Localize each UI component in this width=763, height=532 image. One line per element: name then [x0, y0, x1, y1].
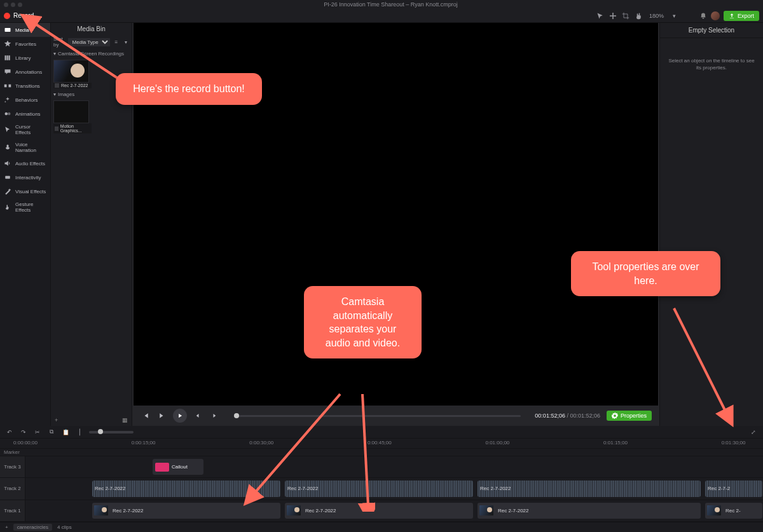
ruler-tick: 0:01:30;00	[722, 440, 746, 446]
marker-row[interactable]: Marker	[0, 449, 763, 456]
rail-media[interactable]: Media	[0, 23, 50, 37]
export-button[interactable]: Export	[724, 11, 759, 21]
rail-transitions[interactable]: Transitions	[0, 79, 50, 93]
section-recordings[interactable]: ▾Camtasia Screen Recordings	[51, 49, 132, 58]
grid-view-icon[interactable]: ▦	[122, 417, 128, 423]
cut-icon[interactable]: ✂	[33, 428, 42, 437]
total-time: 00:01:52;06	[570, 413, 600, 419]
next-frame-button[interactable]	[156, 410, 168, 421]
rail-visual-effects[interactable]: Visual Effects	[0, 184, 50, 198]
timeline-ruler[interactable]: 0:00:00;00 0:00:15;00 0:00:30;00 0:00:45…	[0, 439, 763, 449]
track-label[interactable]: Track 3	[0, 456, 25, 477]
add-media-button[interactable]: +	[55, 417, 58, 423]
timeline-toolbar: ↶ ↷ ✂ ⧉ 📋 ⎮ ⤢	[0, 426, 763, 439]
step-forward-button[interactable]	[209, 410, 220, 421]
rail-annotations[interactable]: Annotations	[0, 65, 50, 79]
track-3: Track 3 Callout	[0, 456, 763, 478]
callout-text: Here's the record button!	[133, 83, 245, 94]
ruler-tick: 0:00:30;00	[249, 440, 273, 446]
undo-icon[interactable]: ↶	[5, 428, 14, 437]
clip-audio[interactable]: Rec 2-7-2022	[285, 481, 473, 496]
cursor-icon	[4, 126, 11, 133]
record-label: Record	[13, 12, 34, 19]
timeline-footer: + cameracircles 4 clips	[0, 522, 763, 532]
marker-label: Marker	[4, 449, 20, 455]
zoom-icon[interactable]	[18, 3, 22, 7]
move-tool-icon[interactable]	[608, 11, 617, 20]
clip-video[interactable]: Rec 2-7-2022	[92, 503, 280, 519]
cursor-tool-icon[interactable]	[596, 11, 605, 20]
properties-panel: Empty Selection Select an object on the …	[659, 23, 763, 426]
properties-button[interactable]: Properties	[607, 411, 652, 421]
track-area[interactable]: Rec 2-7-2022 Rec 2-7-2022 Rec 2-7-2022 R…	[25, 500, 763, 521]
notifications-icon[interactable]	[699, 12, 707, 20]
track-label[interactable]: Track 2	[0, 478, 25, 499]
tutorial-callout-separate: Camtasia automatically separates your au…	[304, 286, 422, 358]
rail-audio-effects[interactable]: Audio Effects	[0, 156, 50, 170]
copy-icon[interactable]: ⧉	[47, 428, 56, 437]
clip-label: Rec 2-7-2022	[285, 485, 320, 492]
track-area[interactable]: Callout	[25, 456, 763, 477]
user-avatar[interactable]	[711, 11, 720, 20]
clip-video[interactable]: Rec 2-7-2022	[478, 503, 701, 519]
rail-library[interactable]: Library	[0, 51, 50, 65]
clip-video[interactable]: Rec 2-	[705, 503, 762, 519]
track-area[interactable]: Rec 2-7-2022 Rec 2-7-2022 Rec 2-7-2022 R…	[25, 478, 763, 499]
crop-tool-icon[interactable]	[621, 11, 630, 20]
media-item-recording[interactable]: Rec 2-7-2022	[53, 60, 92, 88]
clip-thumb-icon	[287, 505, 301, 515]
redo-icon[interactable]: ↷	[19, 428, 28, 437]
rail-behaviors[interactable]: Behaviors	[0, 93, 50, 107]
group-name[interactable]: cameracircles	[13, 524, 52, 531]
animation-icon	[4, 110, 11, 118]
split-icon[interactable]: ⎮	[75, 428, 84, 437]
close-icon[interactable]	[4, 3, 8, 7]
star-icon	[4, 40, 11, 48]
play-button[interactable]	[173, 409, 187, 423]
clip-video[interactable]: Rec 2-7-2022	[285, 503, 473, 519]
traffic-lights[interactable]	[4, 3, 22, 7]
playback-scrubber[interactable]	[234, 415, 521, 417]
record-button[interactable]: Record	[4, 12, 34, 19]
rail-favorites[interactable]: Favorites	[0, 37, 50, 51]
rail-animations[interactable]: Animations	[0, 107, 50, 121]
thumbnail-icon	[53, 100, 89, 123]
rail-interactivity[interactable]: Interactivity	[0, 170, 50, 184]
hand-tool-icon[interactable]	[634, 11, 643, 20]
track-label[interactable]: Track 1	[0, 500, 25, 521]
sort-direction-icon[interactable]: ≡	[113, 38, 120, 46]
playback-bar: 00:01:52;06 / 00:01:52;06 Properties	[132, 406, 659, 426]
rail-label: Animations	[15, 111, 41, 117]
prev-frame-button[interactable]	[140, 410, 151, 421]
canvas-zoom-level[interactable]: 180%	[647, 12, 666, 20]
minimize-icon[interactable]	[11, 3, 15, 7]
svg-rect-9	[5, 176, 10, 179]
clip-audio[interactable]: Rec 2-7-2	[705, 481, 762, 496]
gesture-icon	[4, 203, 11, 211]
current-time: 00:01:52;06	[535, 413, 565, 419]
clip-label: Rec 2-7-2022	[110, 507, 146, 514]
chevron-down-icon[interactable]: ▾	[670, 11, 679, 20]
rail-label: Visual Effects	[15, 189, 46, 194]
filter-icon[interactable]: ▾	[122, 38, 129, 46]
paste-icon[interactable]: 📋	[61, 428, 70, 437]
step-back-button[interactable]	[192, 410, 203, 421]
tutorial-callout-properties: Tool properties are over here.	[571, 251, 720, 296]
sort-by-select[interactable]: Media Type	[68, 38, 110, 46]
add-track-button[interactable]: +	[5, 524, 8, 530]
rail-voice-narration[interactable]: Voice Narration	[0, 139, 50, 156]
main-area: Media Favorites Library Annotations Tran…	[0, 23, 763, 426]
rail-gesture-effects[interactable]: Gesture Effects	[0, 198, 50, 216]
document-title: PI-26 Innovation Time Shareout – Ryan Kn…	[22, 1, 759, 8]
timeline-detach-icon[interactable]: ⤢	[749, 428, 758, 437]
media-item-image[interactable]: Motion Graphics...	[53, 100, 92, 133]
ruler-tick: 0:00:45;00	[368, 440, 392, 446]
clip-audio[interactable]: Rec 2-7-2022	[478, 481, 701, 496]
timeline-zoom-slider[interactable]	[89, 431, 134, 433]
properties-header: Empty Selection	[660, 23, 763, 38]
rail-cursor-effects[interactable]: Cursor Effects	[0, 121, 50, 139]
tool-rail: Media Favorites Library Annotations Tran…	[0, 23, 51, 426]
section-title: Images	[58, 92, 74, 97]
clip-audio[interactable]: Rec 2-7-2022	[92, 481, 280, 496]
clip-callout[interactable]: Callout	[153, 459, 203, 475]
